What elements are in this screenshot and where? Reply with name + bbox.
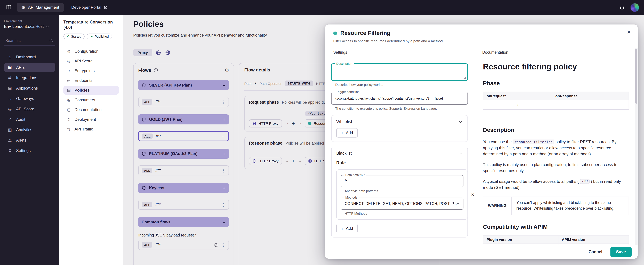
resource-filtering-dialog: Resource Filtering ✕ Filter access to sp… (325, 24, 638, 259)
phase-table: onRequest onResponse X (483, 92, 629, 110)
chevron-down-icon[interactable] (458, 120, 463, 124)
sidebar-item-label: Audit (16, 117, 25, 122)
path-pattern-value: /** (345, 179, 349, 183)
apim-gear-icon: ⚙ (22, 5, 25, 10)
api-menu-api-score[interactable]: ◎API Score (64, 56, 119, 65)
sidebar-item-gateways[interactable]: ◇Gateways (4, 94, 55, 103)
gateways-icon: ◇ (8, 96, 12, 101)
compat-col-plugin: Plugin version (483, 235, 558, 244)
api-menu-endpoints[interactable]: ⇤Endpoints (64, 76, 119, 85)
dialog-footer: Cancel Save (325, 245, 638, 259)
sidebar-search[interactable] (4, 36, 55, 46)
divider (483, 118, 629, 118)
audit-icon: ✓ (8, 117, 12, 122)
api-menu-configuration[interactable]: ⚙Configuration (64, 47, 119, 56)
plus-icon: + (341, 131, 344, 135)
api-menu-label: API Traffic (74, 127, 93, 131)
api-menu-policies[interactable]: ▤Policies (64, 86, 119, 94)
dropdown-caret-icon (457, 203, 460, 204)
api-management-label: API Management (28, 5, 59, 10)
api-menu-label: Consumers (74, 98, 95, 102)
logo-icon[interactable] (5, 3, 13, 12)
whitelist-add-button[interactable]: + Add (336, 128, 358, 138)
phase-col-onrequest: onRequest (483, 92, 552, 100)
sidebar-item-settings[interactable]: ⚙Settings (4, 146, 55, 155)
blacklist-title: Blacklist (336, 151, 352, 156)
doc-title: Resource filtering policy (483, 62, 629, 72)
api-menu: ⚙Configuration ◎API Score ⇥Entrypoints ⇤… (64, 47, 119, 133)
sidebar-item-label: APIs (16, 65, 25, 70)
add-label: Add (346, 226, 353, 231)
description-heading: Description (483, 127, 629, 134)
api-management-button[interactable]: ⚙ API Management (17, 3, 64, 12)
environment-selector[interactable]: Env-LondonLocalHost (4, 24, 55, 29)
sidebar-item-apis[interactable]: ▦APIs (4, 63, 55, 72)
api-menu-api-traffic[interactable]: ⇆API Traffic (64, 124, 119, 133)
methods-select[interactable]: Methods CONNECT, DELETE, GET, HEAD, OPTI… (341, 198, 464, 210)
phase-heading: Phase (483, 80, 629, 87)
rule-box: Path pattern * /** Ant-style path patter… (336, 170, 468, 220)
path-pattern-field[interactable]: Path pattern * /** (341, 175, 464, 187)
notifications-bell-icon[interactable] (619, 4, 625, 10)
sidebar-item-label: Settings (16, 148, 31, 153)
phase-cell-onresponse (552, 100, 629, 110)
api-menu-label: Documentation (74, 107, 102, 112)
api-menu-entrypoints[interactable]: ⇥Entrypoints (64, 66, 119, 75)
sidebar-item-label: Dashboard (16, 55, 36, 59)
sidebar-item-api-score[interactable]: ◎API Score (4, 104, 55, 114)
search-input[interactable] (5, 38, 46, 42)
check-circle-icon: ✓ (67, 35, 69, 38)
add-label: Add (346, 130, 353, 135)
sidebar-item-label: Gateways (16, 96, 34, 101)
trigger-condition-field[interactable]: Trigger condition {#context.attributes['… (331, 92, 468, 105)
settings-icon: ⚙ (8, 148, 12, 153)
badge-label: Published (95, 34, 108, 38)
blacklist-add-button[interactable]: + Add (336, 224, 358, 233)
entrypoints-icon: ⇥ (66, 68, 71, 73)
sidebar-item-dashboard[interactable]: ⌂Dashboard (4, 52, 55, 62)
tab-settings[interactable]: Settings (325, 48, 474, 57)
compatibility-table: Plugin version APIM version (483, 235, 629, 245)
developer-portal-link[interactable]: Developer Portal (68, 3, 111, 12)
phase-col-onresponse: onResponse (552, 92, 629, 100)
sidebar-item-analytics[interactable]: ▥Analytics (4, 125, 55, 134)
dialog-subtitle: Filter access to specific resources dete… (333, 39, 630, 43)
close-icon[interactable]: ✕ (627, 30, 631, 34)
api-menu-documentation[interactable]: ▢Documentation (64, 105, 119, 114)
blacklist-header[interactable]: Blacklist (336, 151, 463, 156)
divider (60, 44, 123, 44)
whitelist-header[interactable]: Whitelist (336, 120, 463, 124)
tab-documentation[interactable]: Documentation (474, 48, 638, 57)
sidebar-item-integrations[interactable]: ⇄Integrations (4, 73, 55, 82)
api-menu-deployment[interactable]: ↻Deployment (64, 115, 119, 124)
save-button[interactable]: Save (610, 247, 632, 257)
scrollbar-thumb[interactable] (635, 49, 637, 104)
app-root: ⚙ API Management Developer Portal Enviro… (0, 0, 644, 265)
sidebar-item-alerts[interactable]: ⚠Alerts (4, 136, 55, 145)
endpoints-icon: ⇤ (66, 78, 71, 83)
traffic-icon: ⇆ (66, 127, 71, 131)
path-pattern-label: Path pattern * (344, 173, 366, 177)
analytics-icon: ▥ (8, 128, 12, 132)
sidebar-item-audit[interactable]: ✓Audit (4, 115, 55, 124)
chevron-down-icon[interactable] (458, 151, 463, 156)
dialog-title: Resource Filtering (340, 30, 390, 36)
doc-paragraph: You can use the resource-filtering polic… (483, 139, 629, 157)
remove-rule-icon[interactable]: ✕ (471, 192, 474, 197)
compat-cell (558, 244, 629, 245)
doc-paragraph: This policy is mainly used in plan confi… (483, 162, 629, 174)
cancel-button[interactable]: Cancel (584, 247, 606, 256)
api-menu-consumers[interactable]: ◉Consumers (64, 96, 119, 104)
path-pattern-hint: Ant-style path patterns (345, 189, 464, 193)
description-field[interactable]: Description (331, 64, 468, 81)
warning-text: You can't apply whitelisting and blackli… (511, 197, 628, 214)
warning-box: WARNING You can't apply whitelisting and… (483, 196, 629, 215)
api-menu-label: API Score (74, 58, 92, 63)
sidebar-item-applications[interactable]: ▣Applications (4, 84, 55, 93)
external-link-icon (104, 6, 108, 9)
dialog-scrollbar[interactable] (635, 48, 638, 245)
avatar[interactable] (630, 3, 639, 12)
blacklist-section: Blacklist Rule Path pattern * /** Ant-st… (331, 146, 468, 238)
resize-handle-icon[interactable] (464, 77, 466, 80)
api-score-icon: ◎ (8, 107, 12, 111)
